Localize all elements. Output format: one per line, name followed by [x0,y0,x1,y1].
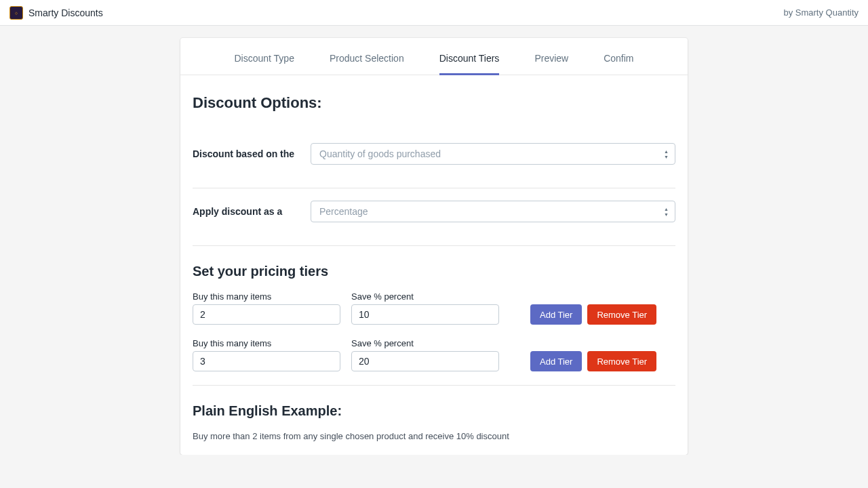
row-apply: Apply discount as a Percentage ▲▼ [193,188,675,235]
save-input[interactable] [351,351,499,371]
field-save: Save % percent [351,291,499,325]
save-label: Save % percent [351,338,499,348]
buy-label: Buy this many items [193,338,340,348]
chevron-updown-icon: ▲▼ [664,149,669,159]
divider [193,245,675,246]
field-buy: Buy this many items [193,291,340,325]
tab-discount-type[interactable]: Discount Type [234,53,294,75]
app-title: Smarty Discounts [28,7,103,18]
tab-confirm[interactable]: Confim [604,53,633,75]
app-icon: ⬨ [9,6,23,20]
basis-select[interactable]: Quantity of goods purchased [311,143,675,165]
card: Discount Type Product Selection Discount… [180,38,688,455]
tabs: Discount Type Product Selection Discount… [180,38,688,75]
field-buy: Buy this many items [193,338,340,371]
remove-tier-button[interactable]: Remove Tier [587,304,656,325]
remove-tier-button[interactable]: Remove Tier [587,351,656,371]
basis-select-wrap: Quantity of goods purchased ▲▼ [311,143,675,165]
tier-buttons: Add Tier Remove Tier [530,351,656,371]
tier-buttons: Add Tier Remove Tier [530,304,656,325]
apply-label: Apply discount as a [193,206,311,217]
field-save: Save % percent [351,338,499,371]
save-label: Save % percent [351,291,499,302]
save-input[interactable] [351,304,499,325]
apply-select-wrap: Percentage ▲▼ [311,201,675,222]
tab-discount-tiers[interactable]: Discount Tiers [439,53,500,75]
topbar-left: ⬨ Smarty Discounts [9,6,103,20]
add-tier-button[interactable]: Add Tier [530,351,582,371]
options-heading: Discount Options: [193,94,675,112]
chevron-updown-icon: ▲▼ [664,207,669,217]
section-options: Discount Options: Discount based on the … [180,94,688,441]
tier-row: Buy this many items Save % percent Add T… [193,338,675,371]
basis-label: Discount based on the [193,148,311,159]
divider [193,385,675,386]
buy-label: Buy this many items [193,291,340,302]
tab-preview[interactable]: Preview [534,53,568,75]
row-basis: Discount based on the Quantity of goods … [193,131,675,177]
tiers-heading: Set your pricing tiers [193,264,675,279]
topbar: ⬨ Smarty Discounts by Smarty Quantity [0,0,868,26]
add-tier-button[interactable]: Add Tier [530,304,582,325]
tab-product-selection[interactable]: Product Selection [330,53,404,75]
buy-input[interactable] [193,304,340,325]
tier-row: Buy this many items Save % percent Add T… [193,291,675,325]
example-text: Buy more than 2 items from any single ch… [193,431,675,441]
apply-select[interactable]: Percentage [311,201,675,222]
byline: by Smarty Quantity [783,7,859,18]
buy-input[interactable] [193,351,340,371]
example-heading: Plain English Example: [193,403,675,419]
